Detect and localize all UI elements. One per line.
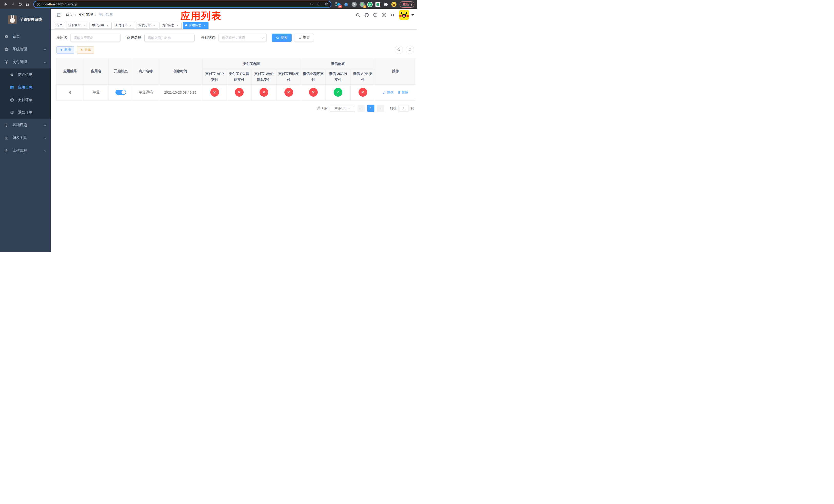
password-key-icon[interactable] (310, 2, 313, 7)
sidebar-item-label: 基础设施 (13, 123, 27, 128)
sidebar-item-workflow[interactable]: 工作流程 (0, 144, 51, 157)
col-wechat-jsapi: 微信 JSAPI 支付 (326, 69, 351, 85)
sidebar-item-dev-tools[interactable]: 研发工具 (0, 132, 51, 144)
close-icon[interactable]: × (176, 24, 179, 27)
extension-recorder-icon[interactable]: 1 (359, 2, 365, 7)
table-row: 6 芋道 芋道源码 2021-10-23 08:49:25 (57, 84, 416, 100)
group-alipay-config: 支付宝配置 (202, 58, 301, 69)
screen: localhost:1024/pay/app 10 1 y 更新 (0, 0, 417, 252)
status-toggle[interactable] (115, 90, 126, 95)
back-icon[interactable] (3, 1, 9, 8)
bookmark-star-icon[interactable] (324, 2, 328, 7)
show-search-button[interactable] (395, 46, 403, 54)
url-text: localhost:1024/pay/app (43, 3, 77, 6)
add-button[interactable]: 新增 (57, 46, 74, 53)
grid-table-icon (10, 85, 14, 90)
pagination: 共 1 条 10条/页 ‹ 1 › 前往 页 (57, 105, 414, 112)
sidebar-item-refund-orders[interactable]: 退款订单 (0, 106, 51, 119)
fullscreen-icon[interactable] (379, 10, 388, 19)
github-icon[interactable] (362, 10, 371, 19)
sidebar-logo[interactable]: 芋道管理系统 (8, 15, 51, 24)
merchant-name-input[interactable] (145, 33, 195, 42)
col-alipay-app: 支付宝 APP 支付 (202, 69, 227, 85)
share-icon[interactable] (317, 2, 321, 7)
extension-command-icon[interactable] (351, 2, 357, 7)
reset-button[interactable]: 重置 (294, 33, 314, 42)
sidebar-item-label: 研发工具 (13, 136, 27, 140)
search-button[interactable]: 搜索 (272, 33, 291, 42)
tab-app-info[interactable]: 应用信息× (183, 22, 208, 29)
status-select[interactable]: 请选择开启状态 (219, 33, 267, 42)
sidebar-fold-icon[interactable] (54, 10, 63, 20)
tab-merchant-info[interactable]: 商户信息× (159, 22, 181, 29)
close-icon[interactable]: × (129, 24, 133, 27)
app-name-input[interactable] (70, 33, 120, 42)
browser-menu-icon[interactable] (411, 3, 412, 6)
payment-submenu: 商户信息 应用信息 支付订单 退款订单 (0, 68, 51, 119)
close-icon[interactable]: × (82, 24, 86, 27)
close-icon[interactable]: × (203, 24, 206, 27)
page-1-button[interactable]: 1 (367, 105, 374, 112)
col-alipay-wap: 支付宝 WAP 网站支付 (251, 69, 277, 85)
site-info-icon[interactable] (37, 2, 41, 6)
edit-link[interactable]: 修改 (383, 90, 394, 95)
sidebar-item-merchant-info[interactable]: 商户信息 (0, 68, 51, 81)
close-icon[interactable]: × (106, 24, 109, 27)
sidebar-item-label: 商户信息 (18, 72, 32, 77)
avatar-caret-icon[interactable] (411, 14, 414, 17)
page-size-select[interactable]: 10条/页 (330, 105, 355, 112)
extensions-area: 10 1 y (334, 2, 398, 7)
url-path: :1024/pay/app (57, 3, 77, 6)
breadcrumb: 首页 / 支付管理 / 应用信息 (66, 13, 113, 17)
sidebar-item-pay-orders[interactable]: 支付订单 (0, 94, 51, 106)
font-size-icon[interactable]: TT (388, 10, 397, 19)
next-page-button[interactable]: › (377, 105, 384, 112)
tab-pay-orders[interactable]: 支付订单× (113, 22, 135, 29)
breadcrumb-payment[interactable]: 支付管理 (79, 13, 93, 17)
home-icon[interactable] (24, 1, 31, 8)
sidebar-item-label: 应用信息 (18, 85, 32, 90)
monitor-chart-icon (4, 123, 9, 128)
user-avatar[interactable] (399, 10, 409, 20)
chevron-down-icon (261, 37, 264, 40)
forward-icon[interactable] (10, 1, 16, 8)
extension-chat-icon[interactable] (375, 2, 380, 7)
extension-pinned-icon[interactable]: 10 (335, 2, 341, 7)
close-icon[interactable]: × (152, 24, 156, 27)
prev-page-button[interactable]: ‹ (357, 105, 365, 112)
col-actions: 操作 (375, 58, 416, 85)
address-bar[interactable]: localhost:1024/pay/app (33, 1, 331, 8)
refresh-button[interactable] (406, 46, 414, 54)
sidebar: 芋道管理系统 首页 系统管理 ¥ 支付管理 商户信息 (0, 9, 51, 252)
cell-app-name: 芋道 (84, 84, 109, 100)
sidebar-item-label: 工作流程 (13, 148, 27, 153)
tab-user-group[interactable]: 用户分组× (89, 22, 112, 29)
delete-link[interactable]: 删除 (397, 90, 408, 95)
annotation-title: 应用列表 (180, 9, 222, 23)
extensions-puzzle-icon[interactable] (383, 2, 389, 7)
col-wechat-app: 微信 APP 支付 (351, 69, 375, 85)
header-search-icon[interactable] (353, 10, 362, 19)
goto-page-input[interactable] (398, 105, 409, 112)
logo-rabbit-image (8, 15, 17, 24)
export-button[interactable]: 导出 (77, 46, 94, 53)
profile-avatar-icon[interactable] (391, 2, 396, 7)
extension-balloon-icon[interactable] (344, 2, 349, 7)
app-name-label: 应用名 (57, 36, 67, 40)
sidebar-item-infrastructure[interactable]: 基础设施 (0, 119, 51, 132)
sidebar-item-home[interactable]: 首页 (0, 30, 51, 43)
tab-refund-orders[interactable]: 退款订单× (136, 22, 158, 29)
extension-y-icon[interactable]: y (367, 2, 373, 7)
reload-icon[interactable] (17, 1, 24, 8)
tab-process-form[interactable]: 流程表单× (66, 22, 88, 29)
extension-badge-2: 1 (364, 5, 366, 8)
tags-view: 首页 流程表单× 用户分组× 支付订单× 退款订单× 商户信息× 应用信息× (51, 21, 417, 30)
sidebar-item-payment[interactable]: ¥ 支付管理 (0, 55, 51, 68)
sidebar-item-system[interactable]: 系统管理 (0, 43, 51, 55)
sidebar-item-app-info[interactable]: 应用信息 (0, 81, 51, 94)
chevron-up-icon (44, 61, 47, 64)
help-icon[interactable] (371, 10, 379, 19)
tab-home[interactable]: 首页 (54, 22, 65, 29)
browser-update-button[interactable]: 更新 (399, 1, 414, 8)
breadcrumb-home[interactable]: 首页 (66, 13, 73, 17)
